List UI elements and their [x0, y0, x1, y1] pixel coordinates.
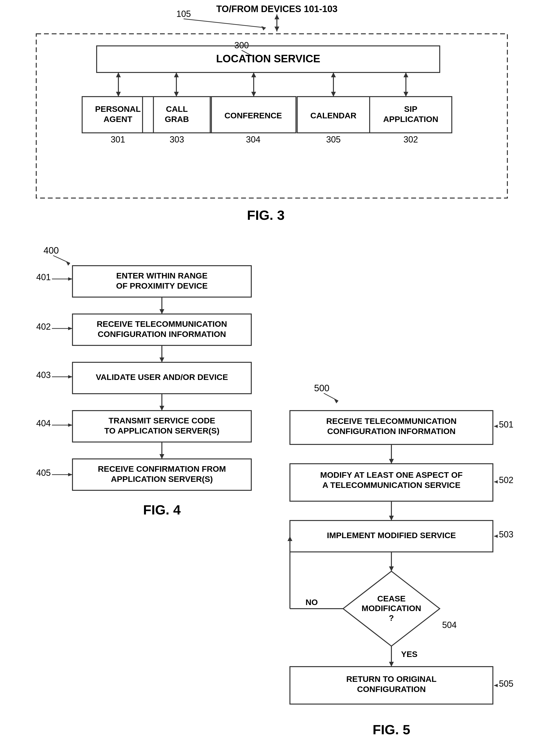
fig5-step-502b: A TELECOMMUNICATION SERVICE — [322, 480, 460, 489]
fig3-location-service: LOCATION SERVICE — [216, 53, 320, 64]
fig4-ref-402: 402 — [36, 322, 51, 332]
fig5-ref-500: 500 — [314, 383, 329, 393]
fig4-step-401: ENTER WITHIN RANGE — [116, 271, 208, 280]
fig3-ref-303: 303 — [170, 134, 184, 144]
svg-marker-51 — [68, 473, 72, 476]
svg-marker-57 — [494, 425, 498, 428]
fig4-step-404b: TO APPLICATION SERVER(S) — [104, 426, 220, 435]
fig3-box-calendar: CALENDAR — [311, 111, 356, 120]
svg-marker-78 — [494, 684, 498, 687]
fig4-ref-404: 404 — [36, 418, 51, 428]
fig5-ref-502: 502 — [499, 475, 513, 485]
svg-marker-13 — [174, 72, 179, 77]
fig4-ref-401: 401 — [36, 272, 51, 282]
svg-marker-16 — [251, 72, 256, 77]
fig5-diamond-504a: CEASE — [377, 594, 405, 603]
svg-marker-31 — [68, 277, 72, 281]
fig3-box-call-grab-2: GRAB — [165, 114, 189, 124]
fig3-ref-105: 105 — [176, 9, 191, 19]
svg-marker-67 — [494, 534, 498, 538]
fig3-box-sip-app-2: APPLICATION — [383, 114, 438, 124]
fig3-box-conference: CONFERENCE — [224, 111, 282, 120]
svg-marker-59 — [389, 459, 394, 464]
fig3-ref-301: 301 — [111, 134, 125, 144]
fig4-step-402a: RECEIVE TELECOMMUNICATION — [97, 319, 227, 329]
svg-marker-44 — [159, 406, 164, 411]
svg-marker-4 — [262, 26, 266, 31]
svg-marker-46 — [68, 423, 72, 427]
fig4-step-405a: RECEIVE CONFIRMATION FROM — [98, 464, 226, 473]
fig5-step-502a: MODIFY AT LEAST ONE ASPECT OF — [320, 470, 462, 479]
fig4-step-401b: OF PROXIMITY DEVICE — [116, 281, 208, 290]
fig3-devices-label: TO/FROM DEVICES 101-103 — [216, 4, 337, 14]
fig5-ref-504: 504 — [442, 620, 457, 630]
svg-marker-41 — [68, 375, 72, 379]
fig4-ref-400: 400 — [44, 245, 59, 255]
fig5-step-503: IMPLEMENT MODIFIED SERVICE — [327, 531, 456, 540]
svg-marker-64 — [389, 516, 394, 521]
fig3-box-call-grab: CALL — [166, 104, 188, 114]
svg-marker-73 — [287, 536, 292, 541]
svg-marker-12 — [174, 92, 179, 97]
svg-line-53 — [324, 393, 338, 401]
fig3-ref-305: 305 — [326, 134, 341, 144]
svg-marker-34 — [159, 309, 164, 314]
svg-marker-9 — [116, 92, 121, 97]
fig5-ref-501: 501 — [499, 419, 513, 429]
fig5-step-501a: RECEIVE TELECOMMUNICATION — [326, 416, 457, 425]
svg-marker-18 — [331, 92, 336, 97]
fig3-box-personal-agent-2: AGENT — [104, 114, 132, 124]
fig5-diamond-504b: MODIFICATION — [362, 603, 421, 613]
fig4-step-403: VALIDATE USER AND/OR DEVICE — [96, 372, 228, 382]
fig5-diamond-504c: ? — [389, 613, 394, 623]
svg-marker-69 — [389, 566, 394, 571]
fig4-step-405b: APPLICATION SERVER(S) — [111, 474, 213, 483]
fig4-step-404a: TRANSMIT SERVICE CODE — [108, 416, 215, 425]
svg-marker-39 — [159, 357, 164, 362]
fig3-ref-304: 304 — [246, 134, 261, 144]
fig5-yes-label: YES — [401, 649, 418, 659]
fig5-step-505b: CONFIGURATION — [357, 685, 426, 694]
svg-marker-49 — [159, 454, 164, 459]
fig3-ref-300: 300 — [234, 40, 249, 50]
fig5-caption: FIG. 5 — [373, 722, 410, 737]
fig3-ref-302: 302 — [403, 134, 418, 144]
svg-marker-75 — [389, 662, 394, 666]
svg-marker-2 — [274, 26, 279, 32]
fig4-ref-403: 403 — [36, 370, 51, 380]
fig5-ref-505: 505 — [499, 679, 513, 689]
svg-marker-21 — [403, 92, 408, 97]
fig5-no-label: NO — [306, 597, 318, 607]
svg-marker-1 — [274, 14, 279, 19]
fig5-step-505a: RETURN TO ORIGINAL — [346, 674, 436, 684]
fig4-step-402b: CONFIGURATION INFORMATION — [98, 330, 226, 339]
fig3-caption: FIG. 3 — [247, 208, 285, 223]
fig5-ref-503: 503 — [499, 529, 513, 539]
svg-marker-15 — [251, 92, 256, 97]
svg-marker-22 — [403, 72, 408, 77]
page-container: TO/FROM DEVICES 101-103 105 300 LOCATION… — [0, 0, 554, 756]
fig3-box-personal-agent: PERSONAL — [95, 104, 141, 114]
svg-marker-62 — [494, 480, 498, 483]
svg-marker-10 — [116, 72, 121, 77]
main-diagram: TO/FROM DEVICES 101-103 105 300 LOCATION… — [0, 0, 554, 756]
svg-marker-36 — [68, 327, 72, 330]
fig3-box-sip-app: SIP — [404, 104, 418, 114]
svg-marker-19 — [331, 72, 336, 77]
svg-line-3 — [184, 19, 266, 28]
fig4-ref-405: 405 — [36, 468, 51, 478]
fig4-caption: FIG. 4 — [143, 502, 181, 517]
fig5-step-501b: CONFIGURATION INFORMATION — [327, 426, 455, 436]
